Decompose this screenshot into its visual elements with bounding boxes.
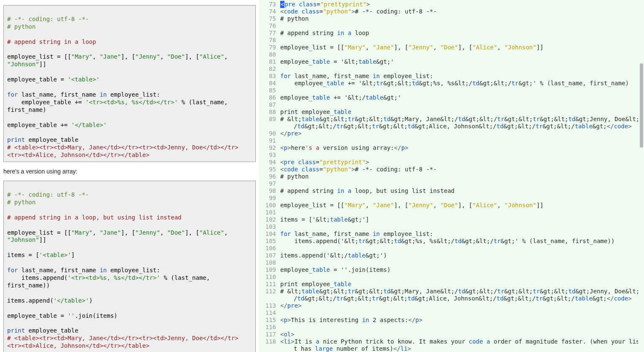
source-line[interactable]: for last_name, first_name in employee_li… [280, 230, 638, 238]
code-line: # append string in a loop, but using lis… [7, 214, 181, 221]
line-number: 75 [259, 15, 279, 22]
source-line[interactable] [280, 309, 638, 317]
source-line[interactable]: </pre> [280, 130, 638, 137]
code-block-1: # -*- coding: utf-8 -*- # python # appen… [3, 5, 256, 162]
line-number: 77 [259, 30, 279, 37]
source-line[interactable] [280, 209, 638, 216]
line-number: 104 [259, 230, 279, 238]
source-line[interactable] [280, 152, 638, 159]
scrollbar-thumb[interactable] [640, 63, 643, 148]
source-line[interactable] [280, 137, 638, 144]
line-number [259, 345, 279, 352]
source-line[interactable]: items = ['&lt;table&gt;'] [280, 216, 638, 223]
source-line[interactable] [280, 22, 638, 30]
source-line[interactable] [280, 180, 638, 187]
source-line[interactable] [280, 101, 638, 108]
line-number: 106 [259, 245, 279, 252]
line-number: 78 [259, 37, 279, 44]
source-line[interactable]: t has large number of items)</li> [280, 345, 638, 352]
code-line: # python [7, 199, 35, 206]
line-number: 94 [259, 159, 279, 166]
source-line[interactable]: /td&gt;&lt;/tr&gt;&lt;tr&gt;&lt;td&gt;Al… [280, 295, 638, 302]
line-number: 90 [259, 130, 279, 137]
line-number: 110 [259, 273, 279, 281]
source-line[interactable]: <p>This is interesting in 2 aspects:</p> [280, 317, 638, 324]
source-line[interactable]: # append string in a loop [280, 30, 638, 37]
line-number: 84 [259, 80, 279, 87]
source-line[interactable]: items.append('&lt;tr&gt;&lt;td&gt;%s, %s… [280, 238, 638, 245]
line-number: 92 [259, 144, 279, 152]
source-line[interactable]: <pre class="prettyprint"> [280, 159, 638, 166]
line-number: 114 [259, 309, 279, 317]
source-line[interactable] [280, 195, 638, 202]
source-line[interactable]: </pre> [280, 302, 638, 309]
source-line[interactable]: <p>here's a version using array:</p> [280, 144, 638, 152]
source-line[interactable]: employee_list = [["Mary", "Jane"], ["Jen… [280, 202, 638, 209]
source-line[interactable]: <pre class="prettyprint"> [280, 1, 638, 8]
line-number: 111 [259, 281, 279, 288]
code-block-2: # -*- coding: utf-8 -*- # python # appen… [3, 181, 256, 352]
scrollbar-track[interactable] [639, 0, 643, 352]
line-number: 118 [259, 338, 279, 345]
source-line[interactable] [280, 245, 638, 252]
line-number: 99 [259, 195, 279, 202]
line-number: 117 [259, 331, 279, 338]
line-number: 81 [259, 58, 279, 65]
source-line[interactable]: /td&gt;&lt;/tr&gt;&lt;tr&gt;&lt;td&gt;Al… [280, 123, 638, 130]
line-number: 100 [259, 202, 279, 209]
source-line[interactable]: <code class="python"># -*- coding: utf-8… [280, 166, 638, 173]
line-number: 89 [259, 116, 279, 123]
code-line: first_name)) [7, 282, 50, 289]
source-line[interactable]: # append string in a loop, but using lis… [280, 187, 638, 195]
code-line: print employee_table [7, 327, 78, 334]
rendered-preview-pane[interactable]: # -*- coding: utf-8 -*- # python # appen… [0, 0, 259, 352]
source-line[interactable] [280, 37, 638, 44]
line-number: 86 [259, 94, 279, 101]
source-line[interactable] [280, 65, 638, 73]
line-number: 93 [259, 152, 279, 159]
line-number: 95 [259, 166, 279, 173]
source-line[interactable]: print employee_table [280, 281, 638, 288]
source-line[interactable] [280, 51, 638, 58]
source-line[interactable]: employee_list = [["Mary", "Jane"], ["Jen… [280, 44, 638, 51]
source-line[interactable] [280, 87, 638, 94]
source-line[interactable]: employee_table += '&lt;/table&gt;' [280, 94, 638, 101]
source-line[interactable]: # &lt;table&gt;&lt;tr&gt;&lt;td&gt;Mary,… [280, 116, 638, 123]
source-line[interactable] [280, 324, 638, 331]
code-line: employee_list = [["Mary", "Jane"], ["Jen… [7, 229, 228, 236]
code-line: # <table><tr><td>Mary, Jane</td></tr><tr… [7, 144, 238, 158]
line-number: 108 [259, 259, 279, 266]
line-number: 101 [259, 209, 279, 216]
source-line[interactable] [280, 259, 638, 266]
line-number-gutter: 7374757677787980818283848586878889909192… [259, 0, 279, 352]
code-line: "Johnson"]] [7, 61, 46, 68]
code-line: employee_table = '<table>' [7, 76, 100, 83]
line-number: 73 [259, 1, 279, 8]
line-number: 88 [259, 108, 279, 116]
source-line[interactable]: <li>It is a nice Python trick to know. I… [280, 338, 638, 345]
source-line[interactable]: <code class="python"># -*- coding: utf-8… [280, 8, 638, 15]
source-line[interactable]: items.append('&lt;/table&gt;') [280, 252, 638, 259]
source-line[interactable]: <ol> [280, 331, 638, 338]
source-line[interactable]: employee_table = '&lt;table&gt;' [280, 58, 638, 65]
line-number: 97 [259, 180, 279, 187]
line-number: 87 [259, 101, 279, 108]
source-line[interactable]: print employee_table [280, 108, 638, 116]
source-line[interactable]: # &lt;table&gt;&lt;tr&gt;&lt;td&gt;Mary,… [280, 288, 638, 295]
line-number [259, 295, 279, 302]
line-number: 116 [259, 324, 279, 331]
line-number: 103 [259, 223, 279, 230]
source-line[interactable]: # python [280, 173, 638, 180]
source-line[interactable]: # python [280, 15, 638, 22]
code-line: for last_name, first_name in employee_li… [7, 91, 160, 98]
source-line[interactable]: employee_table = ''.join(items) [280, 266, 638, 273]
source-editor-pane[interactable]: 7374757677787980818283848586878889909192… [259, 0, 644, 352]
source-line[interactable] [280, 273, 638, 281]
source-code-area[interactable]: <pre class="prettyprint"><code class="py… [280, 0, 638, 352]
line-number: 113 [259, 302, 279, 309]
code-line: employee_list = [["Mary", "Jane"], ["Jen… [7, 53, 228, 60]
source-line[interactable] [280, 223, 638, 230]
line-number: 83 [259, 73, 279, 80]
source-line[interactable]: employee_table += '&lt;tr&gt;&lt;td&gt;%… [280, 80, 638, 87]
source-line[interactable]: for last_name, first_name in employee_li… [280, 73, 638, 80]
